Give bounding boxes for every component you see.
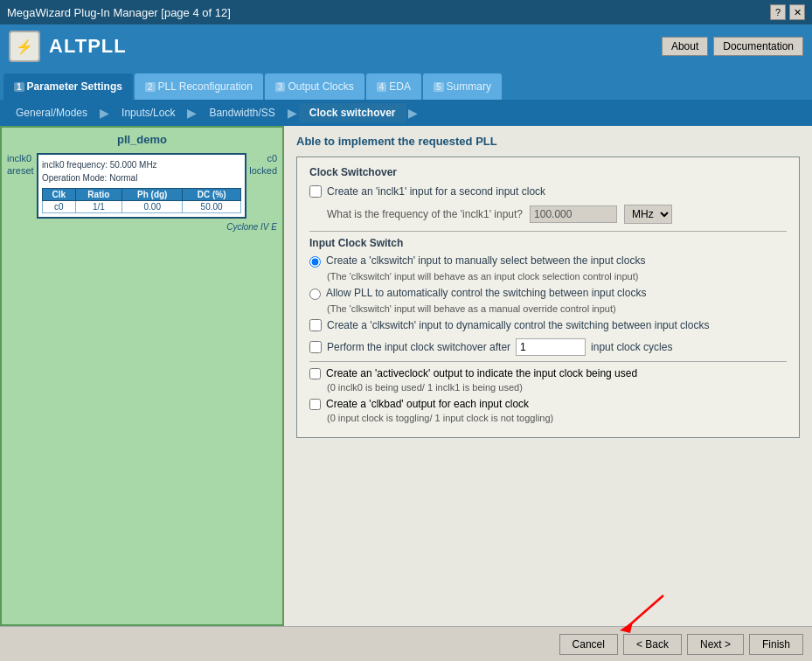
clkbad-checkbox[interactable] bbox=[309, 399, 321, 410]
dynamic-check-row: Create a 'clkswitch' input to dynamicall… bbox=[309, 319, 787, 331]
freq-unit-select[interactable]: MHz bbox=[624, 205, 672, 224]
switchover-after-label: Perform the input clock switchover after bbox=[327, 341, 510, 353]
back-button[interactable]: < Back bbox=[623, 634, 682, 655]
pll-box-inner: inclk0 frequency: 50.000 MHz Operation M… bbox=[38, 155, 245, 217]
bottom-bar: Cancel < Back Next > Finish bbox=[0, 626, 812, 661]
pll-diagram-title: pll_demo bbox=[7, 133, 277, 146]
col-clk: Clk bbox=[42, 189, 75, 201]
tab-inputs-lock[interactable]: Inputs/Lock bbox=[111, 103, 185, 122]
active-clock-checkbox[interactable] bbox=[309, 368, 321, 379]
col-ratio: Ratio bbox=[75, 189, 121, 201]
cell-ph: 0.00 bbox=[122, 201, 183, 213]
clkbad-label: Create a 'clkbad' output for each input … bbox=[326, 398, 529, 410]
signal-left: inclk0 areset bbox=[7, 153, 34, 176]
tab-secondary-label-1: General/Modes bbox=[16, 107, 87, 119]
dynamic-checkbox[interactable] bbox=[309, 319, 322, 331]
tab-num-4: 4 bbox=[377, 82, 387, 92]
active-clock-label: Create an 'activeclock' output to indica… bbox=[326, 367, 637, 379]
tab-secondary-label-3: Bandwidth/SS bbox=[209, 107, 274, 119]
signal-areset: areset bbox=[7, 165, 34, 176]
radio2-sub: (The 'clkswitch' input will behave as a … bbox=[309, 303, 787, 314]
tab-label-3: Output Clocks bbox=[288, 80, 353, 93]
tab-label-4: EDA bbox=[389, 80, 411, 93]
next-button[interactable]: Next > bbox=[687, 634, 744, 655]
svg-marker-1 bbox=[620, 622, 633, 633]
radio-manual-label: Create a 'clkswitch' input to manually s… bbox=[326, 254, 645, 267]
section-header-text: Able to implement the requested PLL bbox=[296, 135, 800, 148]
radio-row-2: Allow PLL to automatically control the s… bbox=[309, 287, 787, 300]
create-inclk1-label: Create an 'inclk1' input for a second in… bbox=[327, 185, 545, 198]
header-buttons: About Documentation bbox=[662, 37, 803, 56]
radio-auto[interactable] bbox=[309, 289, 321, 300]
switchover-cycles-input[interactable] bbox=[516, 338, 586, 356]
table-row: c0 1/1 0.00 50.00 bbox=[42, 201, 240, 213]
app-icon: ⚡ bbox=[9, 31, 40, 62]
arrow-indicator bbox=[620, 591, 672, 635]
tab-secondary-label-2: Inputs/Lock bbox=[121, 107, 175, 119]
help-button[interactable]: ? bbox=[770, 4, 786, 20]
tab-num-2: 2 bbox=[145, 82, 156, 92]
create-inclk1-checkbox[interactable] bbox=[309, 185, 322, 198]
divider-2 bbox=[309, 361, 787, 362]
freq-row: What is the frequency of the 'inclk1' in… bbox=[309, 205, 787, 224]
finish-button[interactable]: Finish bbox=[749, 634, 803, 655]
tab-summary[interactable]: 5 Summary bbox=[423, 73, 502, 100]
tab-bandwidth-ss[interactable]: Bandwidth/SS bbox=[198, 103, 285, 122]
radio-row-1: Create a 'clkswitch' input to manually s… bbox=[309, 254, 787, 268]
about-button[interactable]: About bbox=[662, 37, 708, 56]
pll-signals: inclk0 areset inclk0 frequency: 50.000 M… bbox=[7, 153, 277, 219]
dynamic-check-label: Create a 'clkswitch' input to dynamicall… bbox=[327, 319, 709, 331]
radio-auto-label: Allow PLL to automatically control the s… bbox=[326, 287, 646, 299]
left-panel: pll_demo inclk0 areset inclk0 frequency:… bbox=[0, 126, 284, 626]
switchover-after-suffix: input clock cycles bbox=[591, 341, 672, 353]
pll-box: inclk0 frequency: 50.000 MHz Operation M… bbox=[37, 153, 246, 219]
header-left: ⚡ ALTPLL bbox=[9, 31, 127, 62]
tab-clock-switchover[interactable]: Clock switchover bbox=[299, 103, 406, 122]
clkbad-sub: (0 input clock is toggling/ 1 input cloc… bbox=[309, 413, 787, 423]
app-title: ALTPLL bbox=[49, 35, 127, 58]
divider-1 bbox=[309, 231, 787, 232]
primary-tabs: 1 Parameter Settings 2 PLL Reconfigurati… bbox=[0, 68, 812, 100]
tab-label-1: Parameter Settings bbox=[27, 80, 122, 93]
cell-ratio: 1/1 bbox=[75, 201, 121, 213]
cell-clk: c0 bbox=[42, 201, 75, 213]
cancel-button[interactable]: Cancel bbox=[559, 634, 618, 655]
clock-switchover-section: Clock Switchover Create an 'inclk1' inpu… bbox=[296, 157, 800, 438]
tab-parameter-settings[interactable]: 1 Parameter Settings bbox=[3, 73, 133, 100]
active-clock-row: Create an 'activeclock' output to indica… bbox=[309, 367, 787, 379]
active-clock-sub: (0 inclk0 is being used/ 1 inclk1 is bei… bbox=[309, 382, 787, 393]
arrow-1: ▶ bbox=[98, 106, 111, 120]
tab-eda[interactable]: 4 EDA bbox=[366, 73, 421, 100]
tab-output-clocks[interactable]: 3 Output Clocks bbox=[265, 73, 364, 100]
freq-info-1: inclk0 frequency: 50.000 MHz bbox=[42, 158, 241, 171]
title-bar: MegaWizard Plug-In Manager [page 4 of 12… bbox=[0, 0, 812, 24]
signal-locked: locked bbox=[249, 165, 277, 176]
freq-info-2: Operation Mode: Normal bbox=[42, 171, 241, 184]
close-button[interactable]: ✕ bbox=[789, 4, 805, 20]
title-bar-left: MegaWizard Plug-In Manager [page 4 of 12… bbox=[7, 6, 231, 19]
tab-num-5: 5 bbox=[434, 82, 444, 92]
documentation-button[interactable]: Documentation bbox=[713, 37, 803, 56]
signal-c0: c0 bbox=[267, 153, 277, 164]
col-ph: Ph (dg) bbox=[122, 189, 183, 201]
create-inclk1-row: Create an 'inclk1' input for a second in… bbox=[309, 185, 787, 198]
tab-pll-reconfig[interactable]: 2 PLL Reconfiguration bbox=[135, 73, 263, 100]
pll-diagram: inclk0 areset inclk0 frequency: 50.000 M… bbox=[7, 153, 277, 232]
switchover-after-checkbox[interactable] bbox=[309, 341, 322, 353]
tab-general-modes[interactable]: General/Modes bbox=[5, 103, 98, 122]
switchover-after-row: Perform the input clock switchover after… bbox=[309, 338, 787, 356]
title-bar-controls: ? ✕ bbox=[770, 4, 805, 20]
radio1-sub: (The 'clkswitch' input will behave as an… bbox=[309, 271, 787, 282]
radio-manual[interactable] bbox=[309, 256, 321, 268]
chip-label: Cyclone IV E bbox=[7, 222, 277, 232]
freq-input[interactable] bbox=[530, 205, 617, 223]
right-panel: Able to implement the requested PLL Cloc… bbox=[284, 126, 812, 626]
arrow-4: ▶ bbox=[406, 106, 420, 120]
main-content: pll_demo inclk0 areset inclk0 frequency:… bbox=[0, 126, 812, 626]
tab-num-3: 3 bbox=[275, 82, 286, 92]
section-box-title: Clock Switchover bbox=[309, 166, 787, 178]
tab-num-1: 1 bbox=[14, 82, 24, 92]
cell-dc: 50.00 bbox=[183, 201, 241, 213]
tab-secondary-label-4: Clock switchover bbox=[309, 107, 396, 119]
pll-table: Clk Ratio Ph (dg) DC (%) c0 1/1 bbox=[42, 188, 241, 213]
